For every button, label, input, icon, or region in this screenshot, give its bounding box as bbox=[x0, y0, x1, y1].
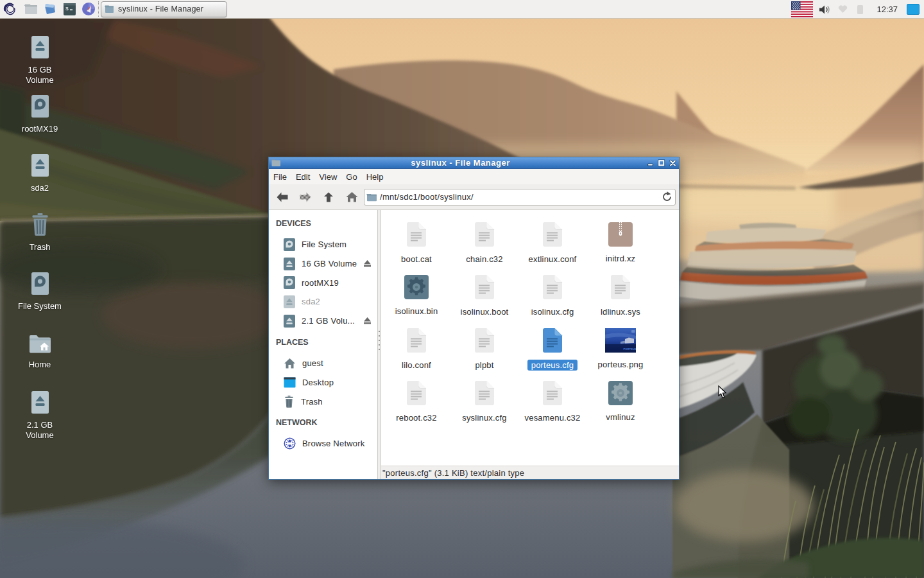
svg-text:$: $ bbox=[65, 6, 69, 12]
svg-text:PORTEUS: PORTEUS bbox=[624, 347, 637, 351]
